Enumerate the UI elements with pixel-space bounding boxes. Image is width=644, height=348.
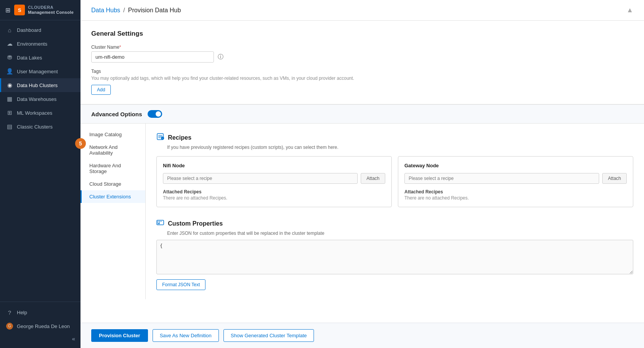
node-cards: Nifi Node Attach Attached Recipes There … <box>156 156 633 207</box>
sidebar-item-data-hub-clusters[interactable]: ◉ Data Hub Clusters <box>0 78 80 92</box>
sidebar-item-dashboard[interactable]: ⌂ Dashboard <box>0 23 80 37</box>
sidebar-item-help[interactable]: ? Help <box>0 306 80 319</box>
help-icon: ? <box>6 309 13 316</box>
svg-rect-7 <box>158 221 158 222</box>
cluster-name-input[interactable] <box>91 51 214 63</box>
user-management-icon: 👤 <box>6 68 13 75</box>
sidebar-header: ⊞ S CLOUDERA Management Console <box>0 0 80 20</box>
nifi-recipe-input[interactable] <box>163 173 358 184</box>
sidebar-collapse-button[interactable]: « <box>0 333 80 344</box>
svg-rect-12 <box>158 223 160 224</box>
brand-top: CLOUDERA <box>28 5 74 10</box>
nifi-node-title: Nifi Node <box>163 163 385 168</box>
ml-workspaces-icon: ⊞ <box>6 109 13 116</box>
left-nav-cloud-storage[interactable]: Cloud Storage <box>80 178 145 190</box>
sidebar-nav: ⌂ Dashboard ☁ Environments ⛃ Data Lakes … <box>0 20 80 302</box>
gateway-attach-button[interactable]: Attach <box>602 173 627 184</box>
sidebar-item-label: ML Workspaces <box>17 110 52 116</box>
left-nav-network[interactable]: Network And Availability <box>80 141 145 159</box>
svg-rect-8 <box>159 221 160 222</box>
sidebar-item-label: Dashboard <box>17 27 41 33</box>
recipes-description: If you have previously registered recipe… <box>167 145 633 150</box>
sidebar-item-data-lakes[interactable]: ⛃ Data Lakes <box>0 51 80 64</box>
main-content: Data Hubs / Provision Data Hub ▲ General… <box>80 0 644 348</box>
advanced-options-title: Advanced Options <box>91 111 142 117</box>
nifi-recipe-input-row: Attach <box>163 173 385 184</box>
grid-icon[interactable]: ⊞ <box>5 7 10 14</box>
recipes-title: Recipes <box>168 134 191 141</box>
cluster-name-row: ⓘ <box>91 51 633 63</box>
classic-clusters-icon: ▤ <box>6 123 13 130</box>
save-as-new-definition-button[interactable]: Save As New Definition <box>153 329 219 342</box>
svg-rect-11 <box>159 222 160 223</box>
left-nav-cluster-extensions[interactable]: Cluster Extensions <box>80 190 145 203</box>
left-nav-image-catalog[interactable]: Image Catalog <box>80 128 145 141</box>
gateway-recipe-input-row: Attach <box>404 173 627 184</box>
cluster-name-help-icon[interactable]: ⓘ <box>218 53 223 61</box>
left-nav-hardware[interactable]: Hardware And Storage <box>80 159 145 178</box>
advanced-options-header: Advanced Options <box>80 105 644 124</box>
cluster-name-label: Cluster Name* <box>91 45 633 50</box>
custom-properties-title: Custom Properties <box>168 220 223 227</box>
sidebar-item-classic-clusters[interactable]: ▤ Classic Clusters <box>0 120 80 134</box>
data-lakes-icon: ⛃ <box>6 54 13 61</box>
advanced-right-content: ↑ Recipes If you have previously registe… <box>146 124 644 299</box>
svg-text:↑: ↑ <box>162 137 163 140</box>
sidebar-item-user[interactable]: G George Rueda De Leon <box>0 319 80 333</box>
sidebar-item-data-warehouses[interactable]: ▦ Data Warehouses <box>0 92 80 106</box>
sidebar-logo: S CLOUDERA Management Console <box>14 5 74 15</box>
nifi-attach-button[interactable]: Attach <box>361 173 385 184</box>
content-area: General Settings Cluster Name* ⓘ Tags Yo… <box>80 21 644 323</box>
sidebar-item-label: Data Warehouses <box>17 96 57 102</box>
custom-properties-header: Custom Properties <box>156 219 633 228</box>
dashboard-icon: ⌂ <box>6 27 13 33</box>
nifi-node-card: Nifi Node Attach Attached Recipes There … <box>156 156 392 207</box>
required-star: * <box>119 45 121 50</box>
svg-rect-10 <box>158 222 158 223</box>
advanced-options-body: Image Catalog Network And Availability H… <box>80 124 644 299</box>
gateway-attached-empty: There are no attached Recipes. <box>404 195 627 201</box>
breadcrumb-parent[interactable]: Data Hubs <box>91 7 120 14</box>
show-generated-template-button[interactable]: Show Generated Cluster Template <box>223 329 314 342</box>
advanced-options-toggle[interactable] <box>148 110 162 118</box>
data-hub-clusters-icon: ◉ <box>6 82 13 89</box>
recipes-header: ↑ Recipes <box>156 133 633 142</box>
custom-properties-section: Custom Properties Enter JSON for custom … <box>156 219 633 290</box>
breadcrumb-separator: / <box>123 7 125 14</box>
recipes-icon: ↑ <box>156 133 164 142</box>
sidebar-item-environments[interactable]: ☁ Environments <box>0 37 80 51</box>
data-warehouses-icon: ▦ <box>6 96 13 102</box>
gateway-recipe-input[interactable] <box>404 173 599 184</box>
sidebar-item-label: User Management <box>17 69 58 74</box>
nifi-attached-empty: There are no attached Recipes. <box>163 195 385 201</box>
help-label: Help <box>17 310 27 315</box>
sidebar-footer: ? Help G George Rueda De Leon « <box>0 302 80 348</box>
sidebar-item-ml-workspaces[interactable]: ⊞ ML Workspaces <box>0 106 80 120</box>
sidebar-item-label: Data Lakes <box>17 55 42 61</box>
sidebar-item-user-management[interactable]: 👤 User Management <box>0 64 80 78</box>
tags-label: Tags <box>91 69 633 74</box>
sidebar-item-label: Data Hub Clusters <box>17 82 58 88</box>
step-badge: 5 <box>75 138 86 149</box>
breadcrumb-current: Provision Data Hub <box>128 7 181 14</box>
custom-properties-icon <box>156 219 164 228</box>
custom-properties-textarea[interactable]: { <box>156 240 633 274</box>
brand: CLOUDERA Management Console <box>28 5 74 15</box>
brand-bottom: Management Console <box>28 10 74 15</box>
add-tag-button[interactable]: Add <box>91 85 111 95</box>
scroll-indicator: ▲ <box>626 6 633 14</box>
logo-box: S <box>14 5 25 15</box>
gateway-attached-label: Attached Recipes <box>404 189 627 195</box>
tags-description: You may optionally add tags, which will … <box>91 76 633 81</box>
svg-rect-9 <box>161 221 161 222</box>
provision-cluster-button[interactable]: Provision Cluster <box>91 329 148 342</box>
breadcrumb: Data Hubs / Provision Data Hub <box>91 7 181 14</box>
advanced-options-wrapper: Advanced Options Image Catalog Network A… <box>80 104 644 299</box>
environments-icon: ☁ <box>6 40 13 47</box>
user-avatar: G <box>6 323 13 330</box>
sidebar-item-label: Classic Clusters <box>17 124 53 130</box>
topbar: Data Hubs / Provision Data Hub ▲ <box>80 0 644 21</box>
bottom-bar: Provision Cluster Save As New Definition… <box>80 323 644 348</box>
gateway-node-card: Gateway Node Attach Attached Recipes The… <box>398 156 633 207</box>
format-json-button[interactable]: Format JSON Text <box>156 279 205 290</box>
